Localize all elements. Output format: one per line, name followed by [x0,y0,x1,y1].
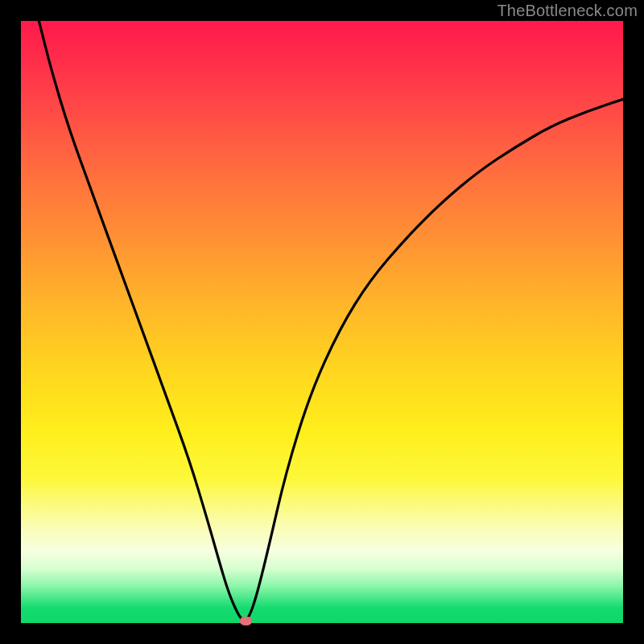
bottleneck-curve [21,21,623,623]
watermark-text: TheBottleneck.com [497,2,638,20]
chart-area [21,21,623,623]
optimal-point-marker [240,617,252,625]
curve-path [39,21,623,620]
